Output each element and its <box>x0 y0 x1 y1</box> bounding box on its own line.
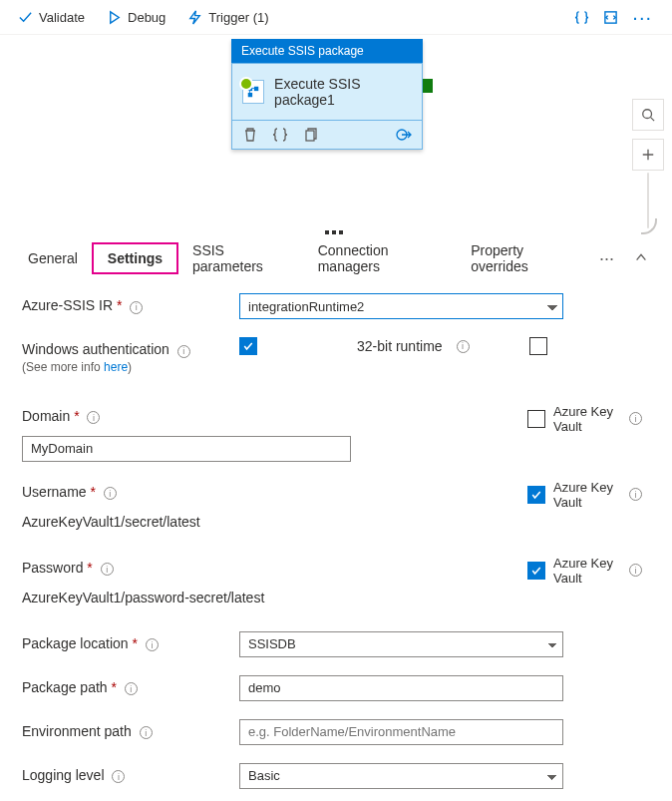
package-location-label: Package location * i <box>22 631 239 652</box>
validate-button[interactable]: Validate <box>10 8 93 27</box>
username-label: Username * i <box>22 480 239 501</box>
package-path-input[interactable] <box>239 675 563 701</box>
activity-body: Execute SSIS package1 <box>231 63 423 121</box>
validate-label: Validate <box>39 10 85 25</box>
braces-icon[interactable] <box>272 127 288 143</box>
logging-level-label: Logging level i <box>22 763 239 784</box>
toolbar-right: ··· <box>574 10 662 25</box>
domain-input[interactable] <box>22 436 351 462</box>
more-icon[interactable]: ··· <box>632 12 652 22</box>
info-icon[interactable]: i <box>125 682 138 695</box>
svg-rect-4 <box>306 131 314 141</box>
info-icon[interactable]: i <box>629 564 642 577</box>
32bit-runtime-label: 32-bit runtime <box>357 338 443 354</box>
azure-ssis-ir-label: Azure-SSIS IR * i <box>22 293 239 314</box>
info-icon[interactable]: i <box>87 411 100 424</box>
info-icon[interactable]: i <box>629 488 642 501</box>
username-value: AzureKeyVault1/secret/latest <box>22 512 200 530</box>
debug-button[interactable]: Debug <box>99 8 173 27</box>
environment-path-label: Environment path i <box>22 719 239 740</box>
package-location-select[interactable]: SSISDB <box>239 631 563 657</box>
akv-label: Azure Key Vault <box>553 404 617 434</box>
tab-ssis-parameters[interactable]: SSIS parameters <box>178 236 304 280</box>
output-arrow-icon[interactable] <box>396 127 412 143</box>
toolbar: Validate Debug Trigger (1) ··· <box>0 0 672 34</box>
svg-rect-2 <box>254 87 258 91</box>
akv-label: Azure Key Vault <box>553 480 617 510</box>
akv-label: Azure Key Vault <box>553 556 617 586</box>
resize-grip[interactable] <box>325 230 347 235</box>
tabs-more[interactable]: ··· <box>589 248 624 269</box>
tab-settings[interactable]: Settings <box>92 242 178 274</box>
windows-auth-label: Windows authentication i (See more info … <box>22 337 239 374</box>
canvas-search-button[interactable] <box>632 99 664 131</box>
canvas-rail <box>647 173 649 228</box>
package-path-label: Package path * i <box>22 675 239 696</box>
check-icon <box>18 10 33 25</box>
info-icon[interactable]: i <box>177 345 190 358</box>
environment-path-input[interactable] <box>239 719 563 745</box>
domain-akv-checkbox[interactable] <box>527 410 545 428</box>
activity-header: Execute SSIS package <box>231 39 423 63</box>
collapse-button[interactable] <box>624 246 658 271</box>
canvas-add-button[interactable] <box>632 139 664 171</box>
settings-panel[interactable]: Azure-SSIS IR * i integrationRuntime2 Wi… <box>0 275 672 797</box>
delete-icon[interactable] <box>242 127 258 143</box>
info-icon[interactable]: i <box>146 638 159 651</box>
info-icon[interactable]: i <box>101 563 114 576</box>
logging-level-select[interactable]: Basic <box>239 763 563 789</box>
windows-auth-checkbox[interactable] <box>239 337 257 355</box>
info-icon[interactable]: i <box>457 340 470 353</box>
activity-actions <box>231 121 423 150</box>
trigger-button[interactable]: Trigger (1) <box>179 8 276 27</box>
username-akv-checkbox[interactable] <box>527 486 545 504</box>
play-icon <box>107 10 122 25</box>
info-icon[interactable]: i <box>130 301 143 314</box>
svg-rect-1 <box>248 87 252 91</box>
svg-point-6 <box>643 110 652 119</box>
tab-connection-managers[interactable]: Connection managers <box>304 236 457 280</box>
search-icon <box>641 108 655 122</box>
activity-card[interactable]: Execute SSIS package Execute SSIS packag… <box>231 39 423 150</box>
tab-property-overrides[interactable]: Property overrides <box>457 236 589 280</box>
info-icon[interactable]: i <box>112 770 125 783</box>
success-connector[interactable] <box>423 79 433 93</box>
chevron-up-icon <box>634 250 648 264</box>
password-value: AzureKeyVault1/password-secret/latest <box>22 588 264 605</box>
braces-icon[interactable] <box>574 10 589 25</box>
domain-label: Domain * i <box>22 404 239 425</box>
info-icon[interactable]: i <box>140 726 153 739</box>
password-label: Password * i <box>22 556 239 577</box>
customized-checkbox[interactable] <box>239 797 255 798</box>
lightning-icon <box>187 10 202 25</box>
copy-icon[interactable] <box>302 127 318 143</box>
tab-general[interactable]: General <box>14 244 92 272</box>
code-icon[interactable] <box>603 10 618 25</box>
svg-rect-3 <box>248 93 252 97</box>
info-icon[interactable]: i <box>629 412 642 425</box>
trigger-label: Trigger (1) <box>208 10 268 25</box>
win-auth-info-link[interactable]: here <box>104 360 128 374</box>
activity-name: Execute SSIS package1 <box>274 76 412 108</box>
debug-label: Debug <box>128 10 166 25</box>
32bit-runtime-checkbox[interactable] <box>529 337 547 355</box>
password-akv-checkbox[interactable] <box>527 562 545 580</box>
ssis-package-icon <box>242 80 264 104</box>
plus-icon <box>641 148 655 162</box>
azure-ssis-ir-select[interactable]: integrationRuntime2 <box>239 293 563 319</box>
canvas[interactable]: Execute SSIS package Execute SSIS packag… <box>0 34 672 233</box>
info-icon[interactable]: i <box>104 487 117 500</box>
tabs: General Settings SSIS parameters Connect… <box>0 233 672 275</box>
